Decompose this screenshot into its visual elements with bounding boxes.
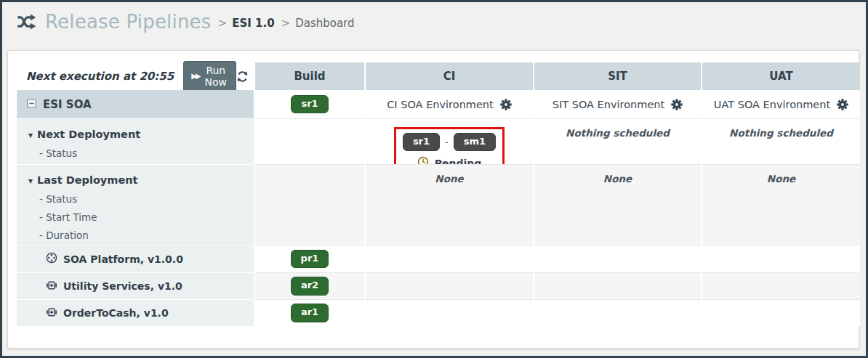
build-tag-cell: sr1 bbox=[255, 90, 364, 118]
sub-label-status: - Status bbox=[28, 145, 254, 163]
environment-cell-uat: UAT SOA Environment bbox=[702, 90, 860, 118]
platform-icon bbox=[46, 252, 57, 266]
column-header-build: Build bbox=[255, 62, 364, 90]
next-deployment-uat-cell: Nothing scheduled bbox=[702, 118, 860, 164]
empty-cell bbox=[702, 299, 860, 326]
artifact-name: OrderToCash, v1.0 bbox=[63, 307, 169, 319]
application-icon bbox=[46, 280, 57, 293]
environment-cell-sit: SIT SOA Environment bbox=[534, 90, 701, 118]
none-text: None bbox=[767, 173, 795, 184]
artifact-row-soa-platform[interactable]: SOA Platform, v1.0.0 bbox=[17, 245, 254, 272]
gear-icon[interactable] bbox=[837, 99, 848, 110]
breadcrumb-separator: > bbox=[218, 17, 228, 30]
run-now-label: Run Now bbox=[205, 65, 228, 88]
empty-cell bbox=[366, 245, 533, 272]
artifact-build-cell: ar1 bbox=[255, 299, 364, 326]
fast-forward-icon: ▶▶ bbox=[191, 73, 199, 80]
next-execution-label: Next execution at 20:55 bbox=[26, 70, 174, 83]
artifact-name: Utility Services, v1.0 bbox=[63, 280, 182, 292]
none-text: None bbox=[435, 173, 463, 184]
application-icon bbox=[46, 306, 57, 320]
to-tag-badge[interactable]: sm1 bbox=[454, 133, 496, 151]
breadcrumb-page[interactable]: Dashboard bbox=[295, 17, 354, 30]
collapse-minus-icon[interactable] bbox=[27, 98, 36, 111]
dashboard-card: Next execution at 20:55 ▶▶ Run Now Build… bbox=[7, 50, 859, 349]
empty-cell bbox=[534, 272, 701, 299]
last-deployment-ci-cell: None bbox=[366, 164, 533, 245]
artifact-row-ordertocash[interactable]: OrderToCash, v1.0 bbox=[17, 299, 254, 326]
empty-cell bbox=[702, 272, 860, 299]
gear-icon[interactable] bbox=[671, 99, 683, 110]
sub-label-duration: - Duration bbox=[28, 227, 254, 245]
empty-cell bbox=[366, 272, 533, 299]
none-text: None bbox=[603, 173, 632, 184]
artifact-build-cell: pr1 bbox=[255, 245, 364, 272]
artifact-build-cell: ar2 bbox=[255, 272, 364, 299]
empty-cell bbox=[702, 245, 860, 272]
group-label: Next Deployment bbox=[37, 129, 140, 140]
nothing-scheduled-text: Nothing scheduled bbox=[566, 127, 670, 139]
release-tag-badge[interactable]: sr1 bbox=[291, 95, 328, 113]
last-deployment-row-header: ▾Last Deployment - Status - Start Time -… bbox=[17, 164, 254, 245]
last-deployment-group[interactable]: ▾Last Deployment bbox=[28, 171, 254, 190]
sub-label-start-time: - Start Time bbox=[28, 208, 254, 227]
artifact-row-utility-services[interactable]: Utility Services, v1.0 bbox=[17, 272, 254, 299]
next-deployment-ci-cell: sr1 - sm1 Pending bbox=[366, 118, 533, 164]
shuffle-icon bbox=[17, 14, 36, 30]
environment-name: UAT SOA Environment bbox=[714, 99, 830, 110]
column-header-sit: SIT bbox=[534, 62, 701, 90]
tag-separator: - bbox=[445, 137, 449, 147]
next-deployment-sit-cell: Nothing scheduled bbox=[534, 118, 701, 164]
nothing-scheduled-text: Nothing scheduled bbox=[729, 127, 833, 139]
next-deployment-build-cell bbox=[255, 118, 364, 164]
last-deployment-sit-cell: None bbox=[534, 164, 701, 245]
toolbar: Next execution at 20:55 ▶▶ Run Now bbox=[17, 62, 254, 90]
last-deployment-build-cell bbox=[255, 164, 364, 245]
page-title: Release Pipelines bbox=[45, 11, 212, 33]
caret-down-icon[interactable]: ▾ bbox=[28, 171, 33, 190]
group-label: Last Deployment bbox=[37, 174, 137, 186]
breadcrumb-release[interactable]: ESI 1.0 bbox=[232, 17, 274, 30]
release-tag-badge[interactable]: pr1 bbox=[291, 250, 329, 268]
environment-name: CI SOA Environment bbox=[387, 99, 494, 110]
app-header: Release Pipelines > ESI 1.0 > Dashboard bbox=[2, 2, 866, 41]
app-window: Release Pipelines > ESI 1.0 > Dashboard … bbox=[0, 0, 868, 358]
pipeline-row-header[interactable]: ESI SOA bbox=[17, 90, 254, 118]
pipeline-table: Next execution at 20:55 ▶▶ Run Now Build… bbox=[17, 62, 860, 326]
last-deployment-uat-cell: None bbox=[702, 164, 860, 245]
caret-down-icon[interactable]: ▾ bbox=[28, 126, 33, 145]
environment-cell-ci: CI SOA Environment bbox=[366, 90, 533, 118]
pipeline-name: ESI SOA bbox=[43, 98, 92, 111]
from-tag-badge[interactable]: sr1 bbox=[403, 133, 440, 151]
refresh-icon[interactable] bbox=[236, 70, 249, 83]
environment-name: SIT SOA Environment bbox=[552, 99, 664, 110]
next-deployment-row-header: ▾Next Deployment - Status bbox=[17, 118, 254, 164]
breadcrumb-separator: > bbox=[281, 17, 291, 30]
release-tag-badge[interactable]: ar1 bbox=[291, 304, 329, 322]
release-tag-badge[interactable]: ar2 bbox=[291, 277, 329, 295]
run-now-button[interactable]: ▶▶ Run Now bbox=[183, 61, 236, 92]
gear-icon[interactable] bbox=[500, 99, 512, 110]
sub-label-status: - Status bbox=[28, 190, 254, 208]
next-deployment-group[interactable]: ▾Next Deployment bbox=[28, 125, 254, 145]
empty-cell bbox=[534, 245, 701, 272]
column-header-ci: CI bbox=[366, 62, 533, 90]
empty-cell bbox=[366, 299, 533, 326]
column-header-uat: UAT bbox=[702, 62, 860, 90]
empty-cell bbox=[534, 299, 701, 326]
artifact-name: SOA Platform, v1.0.0 bbox=[63, 253, 183, 265]
